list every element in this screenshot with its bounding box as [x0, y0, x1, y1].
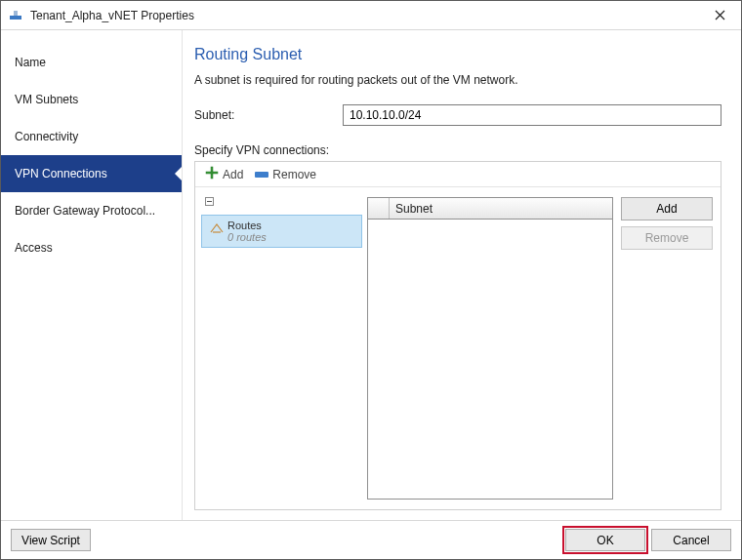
collapse-icon: [205, 197, 214, 206]
content-pane: Routing Subnet A subnet is required for …: [183, 30, 741, 520]
svg-rect-3: [206, 172, 218, 174]
svg-rect-1: [14, 11, 18, 16]
minus-icon: [255, 172, 268, 178]
vpn-detail-pane: Subnet Add Remove: [361, 187, 721, 509]
vpn-toolbar: Add Remove: [195, 162, 721, 187]
plus-icon: [205, 166, 219, 182]
vpn-panes: Routes 0 routes Subnet: [195, 187, 721, 509]
list-column-subnet[interactable]: Subnet: [390, 198, 612, 219]
dialog-window: Tenant_Alpha_vNET Properties Name VM Sub…: [0, 0, 742, 560]
dialog-footer: View Script OK Cancel: [1, 520, 741, 559]
toolbar-remove-label: Remove: [272, 168, 316, 181]
toolbar-remove-button[interactable]: Remove: [251, 164, 320, 185]
toolbar-add-label: Add: [223, 168, 243, 181]
subnet-add-button[interactable]: Add: [621, 197, 713, 220]
routes-count: 0 routes: [227, 231, 361, 243]
sidebar-item-vm-subnets[interactable]: VM Subnets: [1, 81, 182, 118]
sidebar-item-bgp[interactable]: Border Gateway Protocol...: [1, 192, 182, 229]
sidebar-item-connectivity[interactable]: Connectivity: [1, 118, 182, 155]
page-description: A subnet is required for routing packets…: [194, 73, 721, 87]
sidebar: Name VM Subnets Connectivity VPN Connect…: [1, 30, 183, 520]
sidebar-item-vpn-connections[interactable]: VPN Connections: [1, 155, 182, 192]
subnet-label: Subnet:: [194, 108, 343, 122]
subnet-list-header: Subnet: [368, 198, 612, 220]
sidebar-item-access[interactable]: Access: [1, 229, 182, 266]
subnet-input[interactable]: [343, 104, 721, 126]
vpn-tree-pane: Routes 0 routes: [195, 187, 361, 509]
view-script-button[interactable]: View Script: [11, 529, 91, 551]
toolbar-add-button[interactable]: Add: [201, 164, 247, 185]
routes-label: Routes: [227, 220, 361, 231]
dialog-body: Name VM Subnets Connectivity VPN Connect…: [1, 30, 741, 520]
subnet-remove-button[interactable]: Remove: [621, 226, 713, 250]
ok-button[interactable]: OK: [565, 529, 645, 551]
app-icon: [7, 7, 24, 24]
tree-collapse-toggle[interactable]: [201, 191, 361, 215]
subnet-side-buttons: Add Remove: [621, 197, 713, 500]
subnet-row: Subnet:: [194, 104, 721, 126]
close-icon: [715, 10, 725, 20]
subnet-list[interactable]: Subnet: [367, 197, 613, 500]
subnet-list-body[interactable]: [368, 220, 612, 499]
tree-node-routes[interactable]: Routes 0 routes: [201, 215, 362, 248]
routes-icon: [210, 223, 224, 233]
specify-vpn-label: Specify VPN connections:: [194, 143, 721, 157]
close-button[interactable]: [698, 1, 741, 29]
window-title: Tenant_Alpha_vNET Properties: [30, 9, 698, 22]
cancel-button[interactable]: Cancel: [651, 529, 731, 551]
sidebar-item-name[interactable]: Name: [1, 44, 182, 81]
svg-rect-0: [10, 16, 21, 20]
list-header-spacer: [368, 198, 390, 219]
vpn-connections-box: Add Remove: [194, 161, 721, 510]
titlebar: Tenant_Alpha_vNET Properties: [1, 1, 741, 30]
page-heading: Routing Subnet: [194, 46, 721, 63]
